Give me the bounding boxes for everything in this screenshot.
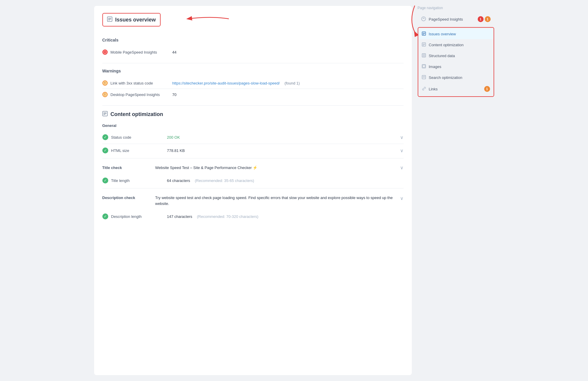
check-label-status: Status code [111, 135, 164, 140]
desc-length-value: 147 characters [167, 214, 192, 219]
sidebar-label-search-opt: Search optimization [429, 75, 462, 80]
general-title: General [102, 123, 404, 128]
title-length-label: Title length [111, 178, 164, 183]
content-opt-header: Content optimization [102, 111, 404, 117]
expand-html[interactable]: ∨ [400, 148, 404, 153]
pagespeed-badges: 1 1 [478, 16, 491, 22]
sidebar-label-structured: Structured data [429, 54, 455, 58]
divider-1 [102, 63, 404, 63]
warning-icon-1: ! [102, 80, 108, 86]
sidebar-nav-box: Issues overview Content optimization [418, 27, 494, 97]
desc-length-sub: (Recommended: 70-320 characters) [197, 214, 259, 219]
issues-overview-icon [107, 16, 112, 23]
sidebar-label-issues-overview: Issues overview [429, 32, 456, 36]
sidebar-item-issues-overview[interactable]: Issues overview [418, 29, 494, 39]
sidebar-icon-issues [422, 32, 426, 37]
warning-link-1[interactable]: https://sitechecker.pro/site-audit-issue… [172, 81, 280, 85]
check-icon-title-length: ✓ [102, 178, 108, 183]
sidebar-label-content-opt: Content optimization [429, 43, 464, 47]
pagespeed-label: PageSpeed Insights [429, 17, 463, 21]
desc-length-row: ✓ Description length 147 characters (Rec… [102, 210, 404, 223]
title-check-block: Title check Website Speed Test – Site & … [102, 158, 404, 187]
issues-overview-section: Issues overview Criticals ✕ Mob [102, 13, 404, 100]
sidebar-icon-links [422, 87, 426, 92]
desc-check-section-value: Try website speed test and check page lo… [155, 195, 400, 206]
sidebar-pagespeed[interactable]: PageSpeed Insights 1 1 [418, 14, 494, 25]
criticals-title: Criticals [102, 38, 404, 42]
sidebar-nav-title: Page navigation [418, 6, 494, 10]
issue-value: 44 [172, 50, 176, 54]
check-value-html: 778.81 KB [167, 148, 185, 153]
svg-point-8 [422, 17, 426, 21]
check-icon-status: ✓ [102, 134, 108, 140]
pagespeed-badge-orange: 1 [485, 16, 491, 22]
arrow-2 [362, 3, 421, 38]
sidebar-item-search-optimization[interactable]: Search optimization [418, 72, 494, 83]
desc-length-label: Description length [111, 214, 164, 219]
svg-rect-22 [423, 65, 425, 67]
expand-desc-check[interactable]: ∨ [400, 196, 404, 201]
general-block: General ✓ Status code 200 OK ∨ ✓ HTML si… [102, 123, 404, 157]
check-value-status: 200 OK [167, 135, 180, 140]
arrow-1 [182, 11, 235, 26]
title-check-section-label: Title check [102, 165, 155, 170]
title-length-row: ✓ Title length 64 characters (Recommende… [102, 174, 404, 187]
criticals-block: Criticals ✕ Mobile PageSpeed Insights 44 [102, 38, 404, 58]
warning-label-1: Link with 3xx status code [111, 81, 169, 85]
issues-overview-header: Issues overview [102, 13, 161, 26]
desc-check-header: Description check Try website speed test… [102, 193, 404, 210]
sidebar-item-images[interactable]: Images [418, 62, 494, 72]
title-check-section-value: Website Speed Test – Site & Page Perform… [155, 165, 400, 170]
error-icon: ✕ [102, 49, 108, 55]
title-length-value: 64 characters [167, 178, 190, 183]
check-icon-desc-length: ✓ [102, 213, 108, 219]
issues-overview-title: Issues overview [115, 17, 156, 23]
warning-found-1: (found 1) [284, 81, 300, 85]
check-row-html-size: ✓ HTML size 778.81 KB ∨ [102, 144, 404, 157]
desc-check-section-label: Description check [102, 195, 155, 200]
expand-status[interactable]: ∨ [400, 135, 404, 140]
sidebar-label-images: Images [429, 64, 442, 69]
title-length-sub: (Recommended: 35-65 characters) [195, 178, 254, 183]
main-content: Issues overview Criticals ✕ Mob [94, 6, 412, 375]
check-label-html: HTML size [111, 148, 164, 153]
check-row-status: ✓ Status code 200 OK ∨ [102, 131, 404, 144]
expand-title-check[interactable]: ∨ [400, 165, 404, 170]
warning-icon-2: ! [102, 92, 108, 97]
sidebar-icon-search-opt [422, 75, 426, 80]
content-opt-title: Content optimization [111, 111, 163, 117]
pagespeed-badge-red: 1 [478, 16, 484, 22]
sidebar-label-links: Links [429, 87, 438, 91]
sidebar-item-content-optimization[interactable]: Content optimization [418, 40, 494, 50]
divider-2 [102, 105, 404, 106]
pagespeed-icon [421, 16, 426, 22]
issue-row: ✕ Mobile PageSpeed Insights 44 [102, 47, 404, 58]
sidebar: Page navigation PageSpeed Insights 1 1 [418, 6, 494, 375]
sidebar-icon-content [422, 42, 426, 47]
issue-label: Mobile PageSpeed Insights [111, 50, 169, 54]
warning-value-2: 70 [172, 92, 176, 97]
links-badge: 1 [484, 86, 490, 92]
warning-label-2: Desktop PageSpeed Insights [111, 92, 169, 97]
warnings-block: Warnings ! Link with 3xx status code htt… [102, 69, 404, 100]
check-icon-html: ✓ [102, 148, 108, 153]
warning-row-1: ! Link with 3xx status code https://site… [102, 77, 404, 89]
sidebar-item-links[interactable]: Links 1 [418, 83, 494, 95]
sidebar-item-structured-data[interactable]: Structured data [418, 51, 494, 61]
warnings-title: Warnings [102, 69, 404, 73]
sidebar-icon-structured [422, 53, 426, 58]
title-check-header: Title check Website Speed Test – Site & … [102, 163, 404, 174]
warning-row-2: ! Desktop PageSpeed Insights 70 [102, 89, 404, 100]
content-optimization-section: Content optimization General ✓ Status co… [102, 111, 404, 223]
content-opt-icon [102, 111, 108, 117]
desc-check-block: Description check Try website speed test… [102, 188, 404, 223]
sidebar-icon-images [422, 64, 426, 69]
